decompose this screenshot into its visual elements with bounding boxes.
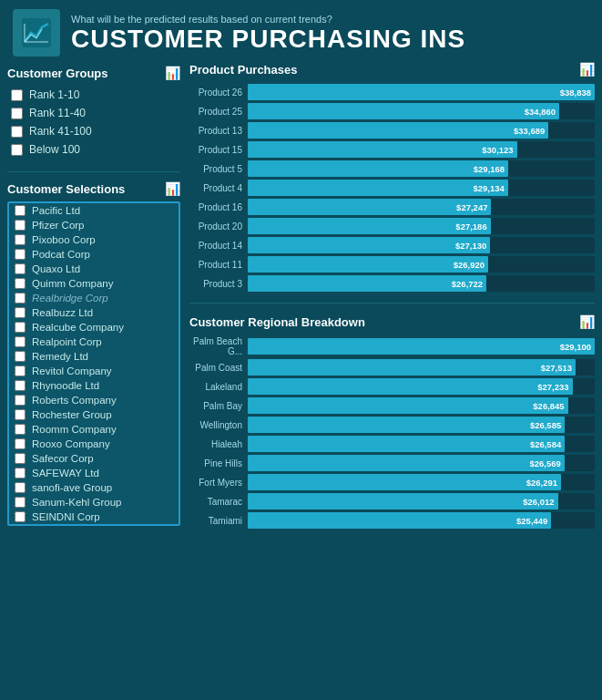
selection-label: Revitol Company [32, 365, 112, 376]
selection-checkbox[interactable] [15, 307, 26, 318]
selection-list: Pacific Ltd Pfizer Corp Pixoboo Corp Pod… [9, 203, 179, 524]
regional-bar-row: Wellington $26,585 [189, 417, 595, 433]
regional-bar-row: Fort Myers $26,291 [189, 474, 595, 490]
selection-checkbox[interactable] [15, 424, 26, 435]
customer-group-item[interactable]: Rank 1-10 [7, 86, 180, 104]
customer-selections-section: Customer Selections 📊 Pacific Ltd Pfizer… [7, 181, 180, 686]
regional-bar-track: $26,585 [248, 417, 595, 433]
selection-checkbox[interactable] [15, 336, 26, 347]
selection-checkbox[interactable] [15, 438, 26, 449]
selection-list-item[interactable]: Rooxo Company [9, 437, 179, 451]
customer-group-item[interactable]: Rank 11-40 [7, 104, 180, 122]
header-title: CUSTOMER PURCHASING INS [71, 26, 465, 52]
customer-group-checkbox[interactable] [11, 108, 23, 119]
customer-group-item[interactable]: Below 100 [7, 140, 180, 159]
product-bar-label: Product 13 [189, 126, 242, 136]
selection-list-item[interactable]: Remedy Ltd [9, 349, 179, 364]
selection-label: Pacific Ltd [32, 205, 80, 216]
selection-checkbox[interactable] [15, 278, 26, 289]
selection-list-item[interactable]: Podcat Corp [9, 247, 179, 262]
selection-label: Roomm Company [32, 424, 117, 435]
selection-list-item[interactable]: Realcube Company [9, 320, 179, 335]
regional-bar-value: $26,569 [530, 458, 561, 468]
regional-breakdown-title: Customer Regional Breakdown [189, 315, 365, 329]
selection-list-item[interactable]: Pfizer Corp [9, 218, 179, 232]
regional-bar-value: $27,233 [537, 382, 568, 392]
selection-list-item[interactable]: SAFEWAY Ltd [9, 466, 179, 480]
customer-group-item[interactable]: Rank 41-100 [7, 122, 180, 140]
selection-list-item[interactable]: Realbridge Corp [9, 291, 179, 305]
selection-checkbox[interactable] [15, 249, 26, 260]
selection-checkbox[interactable] [15, 234, 26, 245]
selection-label: Quaxo Ltd [32, 263, 80, 274]
product-purchases-chart-icon[interactable]: 📊 [579, 62, 595, 77]
customer-selections-title: Customer Selections [7, 182, 125, 196]
selection-checkbox[interactable] [15, 263, 26, 274]
regional-bar-value: $27,513 [541, 363, 572, 373]
selection-list-container[interactable]: Pacific Ltd Pfizer Corp Pixoboo Corp Pod… [7, 201, 180, 526]
selection-list-item[interactable]: Roomm Company [9, 422, 179, 437]
regional-bar-value: $25,449 [516, 516, 547, 526]
selection-list-item[interactable]: Roberts Company [9, 393, 179, 407]
product-bar-row: Product 16 $27,247 [189, 199, 595, 215]
selection-checkbox[interactable] [15, 511, 26, 522]
product-bar-value: $30,123 [482, 145, 513, 155]
product-bar-value: $29,168 [474, 164, 505, 174]
product-bar-value: $27,247 [456, 202, 487, 212]
customer-groups-chart-icon[interactable]: 📊 [165, 66, 180, 80]
product-bar-value: $29,134 [473, 183, 504, 193]
selection-list-item[interactable]: Realbuzz Ltd [9, 305, 179, 320]
selection-list-item[interactable]: sanofi-ave Group [9, 480, 179, 495]
selection-checkbox[interactable] [15, 409, 26, 420]
product-bar-value: $27,186 [455, 221, 486, 232]
selection-list-item[interactable]: Sanum-Kehl Group [9, 495, 179, 510]
product-purchases-title: Product Purchases [189, 63, 298, 77]
selection-list-item[interactable]: Revitol Company [9, 364, 179, 378]
product-bar-value: $27,130 [455, 241, 486, 251]
selection-list-item[interactable]: Quimm Company [9, 276, 179, 291]
selection-list-item[interactable]: Pacific Ltd [9, 203, 179, 218]
product-bar-row: Product 13 $33,689 [189, 122, 595, 139]
selection-label: Rochester Group [32, 409, 112, 420]
selection-list-item[interactable]: SEINDNI Corp [9, 510, 179, 524]
selection-checkbox[interactable] [15, 468, 26, 479]
regional-bar-fill: $27,233 [248, 378, 573, 395]
regional-breakdown-chart-icon[interactable]: 📊 [579, 314, 595, 329]
selection-checkbox[interactable] [15, 205, 26, 216]
selection-label: Quimm Company [32, 278, 113, 289]
regional-bar-fill: $26,291 [248, 474, 561, 490]
selection-checkbox[interactable] [15, 293, 26, 304]
selection-list-item[interactable]: Rochester Group [9, 407, 179, 422]
product-bar-fill: $27,247 [248, 199, 491, 215]
selection-checkbox[interactable] [15, 380, 26, 391]
customer-group-checkbox[interactable] [11, 144, 23, 156]
selection-list-item[interactable]: Pixoboo Corp [9, 232, 179, 247]
regional-bar-fill: $26,845 [248, 397, 568, 414]
regional-bar-track: $26,569 [248, 455, 595, 471]
selection-label: Rooxo Company [32, 438, 110, 449]
selection-list-item[interactable]: Rhynoodle Ltd [9, 378, 179, 393]
regional-bar-label: Palm Beach G... [189, 336, 242, 356]
customer-group-checkbox[interactable] [11, 126, 23, 138]
selection-checkbox[interactable] [15, 395, 26, 406]
customer-groups-list: Rank 1-10 Rank 11-40 Rank 41-100 Below 1… [7, 86, 180, 159]
customer-group-checkbox[interactable] [11, 89, 23, 101]
regional-bar-fill: $26,585 [248, 417, 565, 433]
selection-checkbox[interactable] [15, 351, 26, 362]
regional-bar-fill: $25,449 [248, 512, 551, 529]
selection-checkbox[interactable] [15, 497, 26, 508]
selection-checkbox[interactable] [15, 220, 26, 231]
regional-bar-track: $26,291 [248, 474, 595, 490]
selection-label: Rhynoodle Ltd [32, 380, 99, 391]
selection-label: Podcat Corp [32, 249, 90, 260]
selection-checkbox[interactable] [15, 453, 26, 464]
selection-checkbox[interactable] [15, 365, 26, 376]
selection-checkbox[interactable] [15, 482, 26, 493]
selection-checkbox[interactable] [15, 322, 26, 333]
regional-bar-fill: $26,584 [248, 436, 565, 452]
selection-list-item[interactable]: Safecor Corp [9, 451, 179, 466]
customer-selections-chart-icon[interactable]: 📊 [165, 181, 180, 196]
selection-list-item[interactable]: Realpoint Corp [9, 335, 179, 349]
selection-list-item[interactable]: Quaxo Ltd [9, 262, 179, 276]
product-bar-value: $26,722 [452, 279, 483, 289]
